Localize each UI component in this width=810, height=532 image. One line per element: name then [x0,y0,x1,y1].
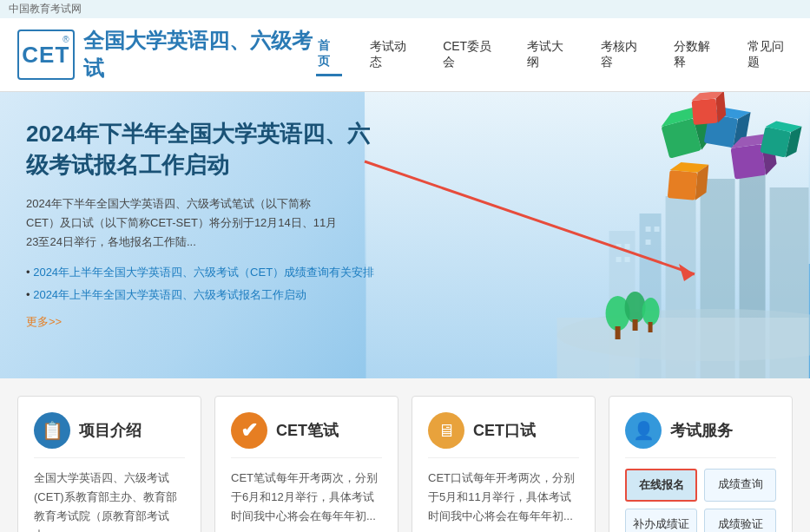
service-grid: 在线报名 成绩查询 补办成绩证明 成绩验证 成绩核查 成绩证明 [625,469,776,532]
card-intro-title: 项目介绍 [79,420,142,441]
svg-point-18 [624,292,645,323]
svg-rect-11 [645,227,650,232]
svg-rect-17 [615,326,620,339]
banner-link-1[interactable]: 2024年上半年全国大学英语四、六级考试（CET）成绩查询有关安排 [26,265,379,280]
svg-rect-13 [645,240,650,245]
service-btn-register[interactable]: 在线报名 [625,469,697,502]
top-bar: 中国教育考试网 [0,0,810,18]
banner-desc: 2024年下半年全国大学英语四、六级考试笔试（以下简称CET）及口试（以下简称C… [26,194,339,252]
logo-registered: ® [63,35,69,44]
nav-item-content[interactable]: 考核内容 [599,35,646,75]
card-intro-icon: 📋 [34,412,70,449]
svg-rect-19 [632,319,637,331]
card-oral-title: CET口试 [473,420,536,441]
svg-rect-37 [691,99,717,125]
svg-rect-34 [760,127,791,158]
svg-rect-8 [624,244,629,249]
nav-item-score[interactable]: 分数解释 [672,35,719,75]
card-service-title: 考试服务 [670,420,733,441]
banner-links: 2024年上半年全国大学英语四、六级考试（CET）成绩查询有关安排 2024年上… [26,265,379,303]
card-intro-body: 全国大学英语四、六级考试(CET)系教育部主办、教育部教育考试院（原教育部考试中… [34,469,185,532]
banner-right-decoration [365,92,810,378]
nav-item-news[interactable]: 考试动态 [368,35,415,75]
header: CET ® 全国大学英语四、六级考试 首页 考试动态 CET委员会 考试大纲 考… [0,18,810,92]
service-btn-reissue[interactable]: 补办成绩证明 [625,509,697,532]
card-intro: 📋 项目介绍 全国大学英语四、六级考试(CET)系教育部主办、教育部教育考试院（… [17,396,201,532]
card-written-header: ✔ CET笔试 [231,412,382,458]
card-service-icon: 👤 [625,412,662,449]
card-written-icon: ✔ [231,412,267,449]
top-bar-label: 中国教育考试网 [9,3,82,15]
card-intro-header: 📋 项目介绍 [34,412,185,458]
main-nav: 首页 考试动态 CET委员会 考试大纲 考核内容 分数解释 常见问题 [316,34,793,76]
card-written: ✔ CET笔试 CET笔试每年开考两次，分别于6月和12月举行，具体考试时间我中… [214,396,398,532]
banner-link-1-anchor[interactable]: 2024年上半年全国大学英语四、六级考试（CET）成绩查询有关安排 [33,266,374,279]
nav-item-home[interactable]: 首页 [316,34,341,76]
banner-3d-illustration [365,92,810,378]
banner-link-2-anchor[interactable]: 2024年上半年全国大学英语四、六级考试报名工作启动 [33,288,306,301]
site-title: 全国大学英语四、六级考试 [83,27,317,82]
banner: 2024年下半年全国大学英语四、六级考试报名工作启动 2024年下半年全国大学英… [0,92,810,378]
card-oral-icon: 🖥 [428,412,464,449]
card-oral-header: 🖥 CET口试 [428,412,579,458]
svg-rect-15 [556,318,808,378]
svg-point-20 [642,298,659,325]
logo-box: CET ® [17,30,75,80]
nav-item-outline[interactable]: 考试大纲 [525,35,572,75]
nav-item-faq[interactable]: 常见问题 [746,35,793,75]
svg-rect-9 [616,257,621,262]
banner-title: 2024年下半年全国大学英语四、六级考试报名工作启动 [26,118,379,181]
card-service: 👤 考试服务 在线报名 成绩查询 补办成绩证明 成绩验证 成绩核查 成绩证明 [609,396,793,532]
service-btn-score-query[interactable]: 成绩查询 [704,469,776,502]
service-btn-verify[interactable]: 成绩验证 [704,509,776,532]
logo-cet-text: CET [22,42,69,69]
svg-rect-28 [668,170,698,200]
svg-rect-21 [648,322,652,332]
card-written-title: CET笔试 [276,420,339,441]
svg-rect-10 [624,257,629,262]
banner-more-link[interactable]: 更多>> [26,314,62,330]
cards-section: 📋 项目介绍 全国大学英语四、六级考试(CET)系教育部主办、教育部教育考试院（… [0,378,810,532]
card-service-header: 👤 考试服务 [625,412,776,458]
svg-rect-12 [654,227,659,232]
logo-area: CET ® 全国大学英语四、六级考试 [17,27,316,82]
svg-rect-7 [616,244,621,249]
card-written-body: CET笔试每年开考两次，分别于6月和12月举行，具体考试时间我中心将会在每年年初… [231,469,382,526]
banner-content: 2024年下半年全国大学英语四、六级考试报名工作启动 2024年下半年全国大学英… [0,92,405,356]
nav-item-committee[interactable]: CET委员会 [441,35,499,75]
card-oral: 🖥 CET口试 CET口试每年开考两次，分别于5月和11月举行，具体考试时间我中… [412,396,596,532]
card-oral-body: CET口试每年开考两次，分别于5月和11月举行，具体考试时间我中心将会在每年年初… [428,469,579,526]
banner-link-2[interactable]: 2024年上半年全国大学英语四、六级考试报名工作启动 [26,287,379,303]
